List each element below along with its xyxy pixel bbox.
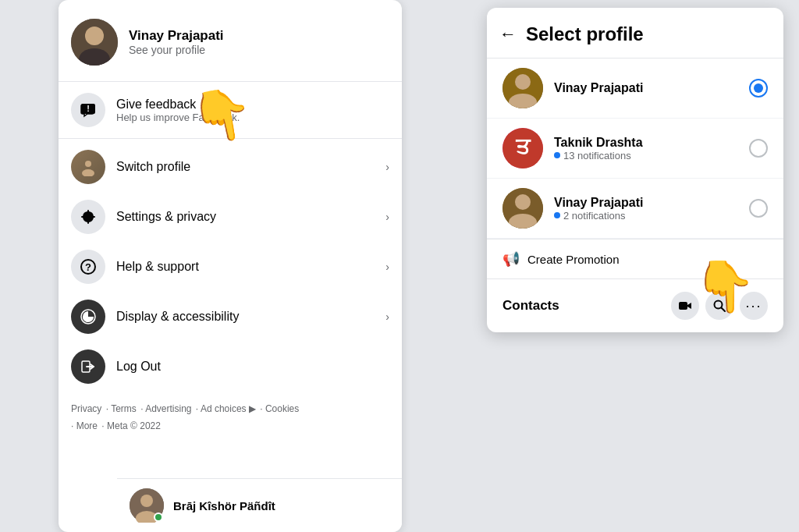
logout-icon: [71, 349, 105, 384]
profile-info-1: Vinay Prajapati: [554, 81, 749, 95]
chevron-icon: ›: [385, 161, 389, 173]
svg-point-14: [140, 495, 153, 507]
avatar: [71, 19, 118, 66]
display-icon: [71, 300, 105, 334]
settings-label: Settings & privacy: [116, 210, 385, 224]
select-profile-panel: ← Select profile Vinay Prajapati ਤ: [487, 8, 783, 332]
settings-icon: [71, 200, 105, 234]
contacts-icons: ···: [671, 292, 768, 320]
profile-item-1[interactable]: Vinay Prajapati: [487, 59, 783, 119]
chevron-icon-4: ›: [385, 310, 389, 323]
profile-info: Vinay Prajapati See your profile: [129, 28, 224, 56]
megaphone-icon: 📢: [502, 250, 520, 268]
profile-item-2[interactable]: ਤ Taknik Drashta 13 notifications: [487, 119, 783, 179]
help-label: Help & support: [116, 260, 385, 274]
menu-item-switch-profile[interactable]: Switch profile ›: [59, 142, 402, 192]
profile-section[interactable]: Vinay Prajapati See your profile: [59, 12, 402, 78]
svg-point-6: [82, 169, 94, 176]
profile-name-2: Taknik Drashta: [554, 136, 749, 150]
profile-avatar-1: [502, 68, 543, 108]
svg-text:?: ?: [85, 261, 91, 273]
give-feedback-icon: !: [71, 93, 105, 127]
back-button[interactable]: ←: [499, 26, 517, 43]
profile-notif-2: 13 notifications: [554, 150, 749, 161]
notif-dot-3: [554, 212, 560, 218]
switch-profile-icon: [71, 150, 105, 184]
search-contacts-button[interactable]: [705, 292, 733, 320]
radio-empty-2[interactable]: [749, 139, 768, 158]
contact-name: Brāj Kîshör Päñdît: [173, 499, 275, 512]
create-promotion-label: Create Promotion: [527, 253, 620, 266]
profile-avatar-img: [71, 19, 118, 66]
profile-name: Vinay Prajapati: [129, 28, 224, 44]
profile-notif-3: 2 notifications: [554, 210, 749, 222]
privacy-link[interactable]: Privacy: [71, 403, 101, 414]
profile-name-3: Vinay Prajapati: [554, 196, 749, 210]
create-promotion-section: 📢 Create Promotion: [487, 239, 783, 278]
more-link[interactable]: More: [76, 420, 98, 431]
profile-avatar-2: ਤ: [502, 128, 543, 168]
menu-item-give-feedback[interactable]: ! Give feedback Help us improve Facebook…: [59, 85, 402, 135]
divider-1: [59, 81, 402, 82]
svg-point-5: [85, 161, 91, 167]
svg-text:!: !: [87, 104, 90, 113]
profile-item-3[interactable]: Vinay Prajapati 2 notifications: [487, 179, 783, 239]
profile-avatar-3: [502, 188, 543, 229]
left-menu-panel: Vinay Prajapati See your profile ! Give …: [59, 0, 402, 532]
chevron-icon-2: ›: [385, 211, 389, 223]
terms-link[interactable]: Terms: [111, 403, 137, 414]
menu-item-help[interactable]: ? Help & support ›: [59, 242, 402, 292]
divider-2: [59, 138, 402, 139]
menu-item-settings[interactable]: Settings & privacy ›: [59, 192, 402, 242]
contact-avatar: [130, 488, 164, 523]
contacts-bar: Contacts ···: [499, 284, 771, 323]
meta-copyright: Meta © 2022: [107, 420, 161, 431]
radio-empty-3[interactable]: [749, 199, 768, 218]
profile-name-1: Vinay Prajapati: [554, 81, 749, 95]
notif-dot-2: [554, 152, 560, 158]
svg-text:ਤ: ਤ: [515, 135, 531, 159]
contacts-label: Contacts: [502, 298, 671, 314]
panel-title: Select profile: [526, 23, 644, 45]
ad-choices-link[interactable]: Ad choices ▶: [201, 403, 256, 414]
menu-item-display[interactable]: Display & accessibility ›: [59, 292, 402, 342]
bottom-contact[interactable]: Brāj Kîshör Päñdît: [117, 478, 402, 532]
svg-rect-24: [679, 302, 687, 310]
more-contacts-button[interactable]: ···: [740, 292, 768, 320]
footer-links: Privacy · Terms · Advertising · Ad choic…: [59, 392, 402, 444]
profile-subtitle: See your profile: [129, 44, 224, 56]
give-feedback-label: Give feedback: [116, 98, 389, 112]
chevron-icon-3: ›: [385, 261, 389, 273]
svg-point-22: [515, 194, 531, 210]
display-label: Display & accessibility: [116, 310, 385, 324]
radio-selected-1[interactable]: [749, 79, 768, 98]
svg-point-1: [85, 27, 104, 45]
profile-info-3: Vinay Prajapati 2 notifications: [554, 196, 749, 222]
profile-info-2: Taknik Drashta 13 notifications: [554, 136, 749, 161]
online-indicator: [154, 512, 163, 522]
cookies-link[interactable]: Cookies: [265, 403, 299, 414]
video-call-button[interactable]: [671, 292, 699, 320]
switch-profile-label: Switch profile: [116, 160, 385, 174]
panel-header: ← Select profile: [487, 8, 783, 59]
svg-point-17: [515, 74, 531, 90]
contacts-section: Contacts ···: [487, 278, 783, 332]
ellipsis-icon: ···: [745, 299, 762, 313]
advertising-link[interactable]: Advertising: [145, 403, 191, 414]
give-feedback-sub: Help us improve Facebook.: [116, 112, 389, 123]
logout-label: Log Out: [116, 360, 389, 374]
svg-line-26: [722, 308, 726, 312]
help-icon: ?: [71, 250, 105, 284]
menu-item-logout[interactable]: Log Out: [59, 342, 402, 392]
create-promotion-button[interactable]: 📢 Create Promotion: [499, 244, 771, 274]
